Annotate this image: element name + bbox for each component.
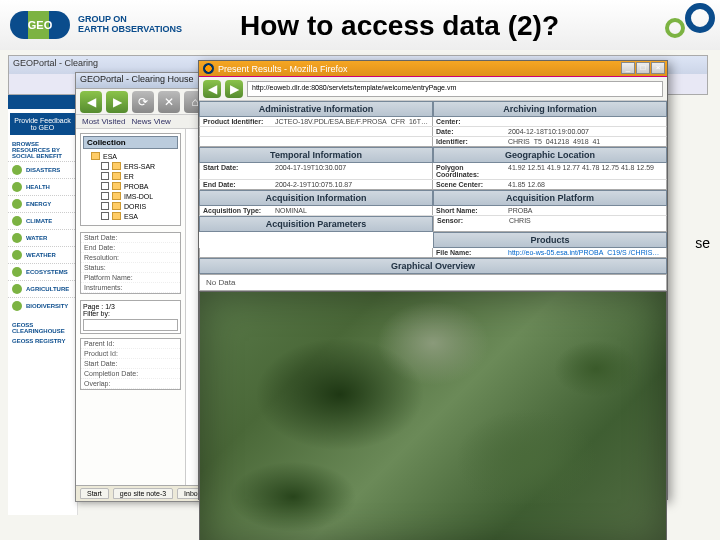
front-titlebar: Present Results - Mozilla Firefox _ □ × [199,61,667,77]
front-window-title: Present Results - Mozilla Firefox [218,64,348,74]
page-title: How to access data (2)? [240,10,559,42]
nav-bar [8,95,77,109]
detail-row: Parent Id: [81,339,180,349]
info-val: 41.85 12.68 [508,181,663,188]
geo-logo: GEO GROUP ON EARTH OBSERVATIONS [10,11,182,39]
info-val [508,118,663,125]
folder-icon [112,192,121,200]
maximize-button[interactable]: □ [636,62,650,74]
reload-icon: ⟳ [138,95,148,109]
back-button[interactable]: ◀ [80,91,102,113]
tree-label: DORIS [124,203,146,210]
info-key: File Name: [436,249,508,256]
detail-label: Status: [84,264,139,271]
energy-icon [12,199,22,209]
sidebar-item-label: BIODIVERSITY [26,303,68,309]
agriculture-icon [12,284,22,294]
filter-details: Parent Id: Product Id: Start Date: Compl… [80,338,181,390]
product-file-link[interactable]: http://eo-ws-05.esa.int/PROBA_C19/S /CHR… [508,249,663,256]
checkbox[interactable] [101,192,109,200]
stop-button[interactable]: ✕ [158,91,180,113]
geo-logo-text: GROUP ON EARTH OBSERVATIONS [78,15,182,35]
tree-label: ER [124,173,134,180]
detail-row: Start Date: [81,359,180,369]
sidebar-item-health[interactable]: HEALTH [8,178,77,195]
page-header: GEO GROUP ON EARTH OBSERVATIONS How to a… [0,0,720,50]
info-val: NOMINAL [275,207,429,214]
info-val: 41.92 12.51 41.9 12.77 41.78 12.75 41.8 … [508,164,663,178]
bookmark-most-visited[interactable]: Most Visited [82,117,125,126]
tree-node[interactable]: ER [101,171,178,181]
sidebar-item-disasters[interactable]: DISASTERS [8,161,77,178]
registry-link[interactable]: GEOSS REGISTRY [8,336,77,346]
sidebar-item-biodiversity[interactable]: BIODIVERSITY [8,297,77,314]
close-button[interactable]: × [651,62,665,74]
tree-node[interactable]: IMS-DOL [101,191,178,201]
checkbox[interactable] [101,202,109,210]
forward-button[interactable]: ▶ [225,80,243,98]
bookmark-news-view[interactable]: News View [131,117,170,126]
left-sidebar: Provide Feedback to GEO BROWSE RESOURCES… [8,95,78,515]
front-url-bar[interactable]: http://eoweb.dlr.de:8080/servlets/templa… [247,81,663,97]
ecosystems-icon [12,267,22,277]
detail-label: Start Date: [84,234,139,241]
details-box: Start Date: End Date: Resolution: Status… [80,232,181,294]
info-val: JCTEO-18V.PDL/ESA.BE/F.PROSA_CFR_16TR 1-… [275,118,429,125]
taskbar-tab[interactable]: geo site note-3 [113,488,173,499]
detail-row: Resolution: [81,253,180,263]
front-toolbar: ◀ ▶ http://eoweb.dlr.de:8080/servlets/te… [199,77,667,101]
info-key: Center: [436,118,508,125]
sidebar-item-label: DISASTERS [26,167,60,173]
detail-label: Platform Name: [84,274,139,281]
biodiversity-icon [12,301,22,311]
tree-node[interactable]: ERS-SAR [101,161,178,171]
detail-label: Start Date: [84,360,139,367]
info-key: Identifier: [436,138,508,145]
checkbox[interactable] [101,182,109,190]
detail-row: Start Date: [81,233,180,243]
tree-node[interactable]: DORIS [101,201,178,211]
archiving-header: Archiving Information [433,101,667,117]
tree-label: IMS-DOL [124,193,153,200]
sidebar-item-ecosystems[interactable]: ECOSYSTEMS [8,263,77,280]
tree-label: ESA [103,153,117,160]
reload-button[interactable]: ⟳ [132,91,154,113]
tree-node[interactable]: PROBA [101,181,178,191]
back-button[interactable]: ◀ [203,80,221,98]
sidebar-item-climate[interactable]: CLIMATE [8,212,77,229]
detail-row: Platform Name: [81,273,180,283]
clearing-link[interactable]: GEOSS CLEARINGHOUSE [8,320,77,336]
info-val: 2004-17-19T10:30.007 [275,164,429,178]
info-val: 2004-2-19T10:075.10.87 [275,181,429,188]
detail-row: Overlap: [81,379,180,389]
sidebar-item-label: WATER [26,235,47,241]
tree-node[interactable]: ESA [101,211,178,221]
info-key: Short Name: [436,207,508,214]
climate-icon [12,216,22,226]
sidebar-item-energy[interactable]: ENERGY [8,195,77,212]
sidebar-item-weather[interactable]: WEATHER [8,246,77,263]
detail-row: Instruments: [81,283,180,293]
page-label: Page : [83,303,103,310]
sidebar-item-water[interactable]: WATER [8,229,77,246]
header-decoration [600,0,720,50]
info-key: End Date: [203,181,275,188]
minimize-button[interactable]: _ [621,62,635,74]
detail-row: Completion Date: [81,369,180,379]
filter-input[interactable] [83,319,178,331]
checkbox[interactable] [101,162,109,170]
tree-root[interactable]: ESA [91,151,178,161]
sidebar-item-agriculture[interactable]: AGRICULTURE [8,280,77,297]
feedback-promo[interactable]: Provide Feedback to GEO [10,113,75,135]
info-key: Polygon Coordinates: [436,164,508,178]
satellite-preview-image [199,291,667,540]
forward-button[interactable]: ▶ [106,91,128,113]
taskbar-tab[interactable]: Start [80,488,109,499]
checkbox[interactable] [101,212,109,220]
disasters-icon [12,165,22,175]
sidebar-item-label: ECOSYSTEMS [26,269,68,275]
org-line2: EARTH OBSERVATIONS [78,25,182,35]
sidebar-item-label: WEATHER [26,252,56,258]
checkbox[interactable] [101,172,109,180]
folder-icon [91,152,100,160]
